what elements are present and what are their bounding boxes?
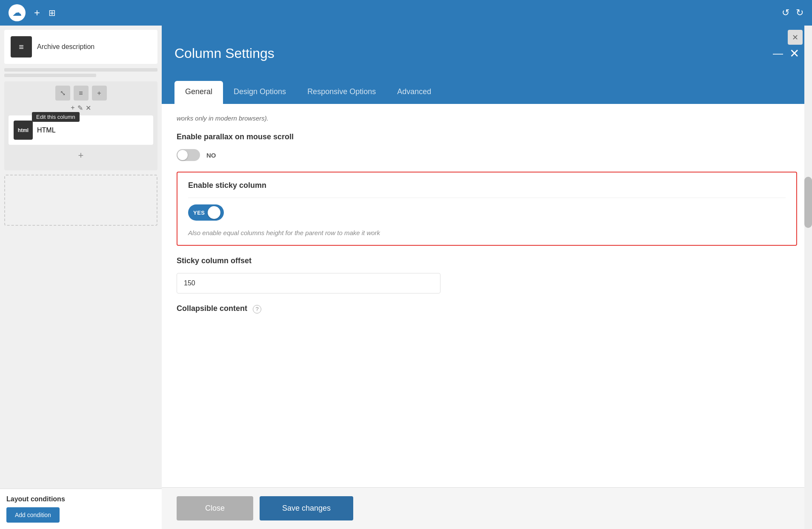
dialog-footer: Close Save changes [162, 487, 812, 529]
collapsible-label: Collapsible content ? [177, 304, 797, 313]
archive-icon: ≡ [19, 42, 24, 52]
dialog-header-controls: — ✕ [773, 46, 799, 60]
widget-icon: ≡ [11, 36, 32, 58]
plus-icon[interactable]: + [71, 104, 74, 112]
collapsible-field-section: Collapsible content ? [177, 304, 797, 313]
help-icon[interactable]: ? [253, 305, 261, 313]
column-settings-dialog: Column Settings — ✕ General Design Optio… [162, 26, 812, 529]
undo-icon[interactable]: ↺ [782, 7, 789, 18]
widget-line [4, 68, 157, 72]
edge-close-icon: ✕ [792, 33, 798, 42]
canvas-area: ≡ Archive description ⤡ ≡ + + ✎ ✕ ht [0, 26, 162, 529]
dialog-overlay: Column Settings — ✕ General Design Optio… [162, 26, 812, 529]
expand-icon: ⤡ [60, 89, 66, 97]
widget-line [4, 74, 96, 77]
add-center-icon: + [78, 150, 84, 161]
html-label: HTML [37, 126, 56, 134]
parallax-toggle-row: NO [177, 149, 797, 161]
tab-general[interactable]: General [174, 81, 223, 104]
layout-icon[interactable]: ⊞ [49, 8, 56, 18]
widget-lines [0, 68, 162, 77]
dialog-header: Column Settings — ✕ [162, 26, 812, 81]
minimize-icon[interactable]: — [773, 47, 783, 59]
toolbar-right: ↺ ↻ [782, 7, 803, 18]
edit-icon[interactable]: ✎ [77, 104, 83, 112]
column-inner-controls: + ✎ ✕ [9, 104, 153, 112]
top-toolbar: ☁ + ⊞ ↺ ↻ [0, 0, 812, 26]
redo-icon[interactable]: ↻ [796, 7, 803, 18]
sticky-toggle-row: YES [188, 204, 786, 221]
add-icon[interactable]: + [34, 7, 40, 19]
logo-icon[interactable]: ☁ [9, 4, 26, 21]
dialog-tabs: General Design Options Responsive Option… [162, 81, 812, 104]
sticky-toggle-label: YES [193, 210, 205, 216]
sticky-helper-text: Also enable equal columns height for the… [188, 229, 786, 236]
add-condition-button[interactable]: Add condition [6, 507, 60, 523]
tab-responsive-options[interactable]: Responsive Options [297, 81, 386, 104]
html-widget: html HTML Edit this column [9, 115, 153, 145]
html-icon: html [14, 121, 33, 140]
scrollbar-thumb [804, 177, 812, 228]
parallax-label: Enable parallax on mouse scroll [177, 132, 797, 141]
menu-button[interactable]: ≡ [74, 86, 89, 101]
dialog-title: Column Settings [174, 46, 773, 61]
tab-design-options[interactable]: Design Options [223, 81, 297, 104]
layout-conditions-title: Layout conditions [6, 495, 155, 503]
add-button[interactable]: + [92, 86, 107, 101]
sticky-offset-section: Sticky column offset [177, 256, 797, 293]
sticky-offset-input[interactable] [177, 273, 440, 293]
expand-button[interactable]: ⤡ [55, 86, 70, 101]
sticky-column-section: Enable sticky column YES Also enable equ… [177, 172, 797, 246]
parallax-toggle-label: NO [206, 152, 216, 159]
edit-tooltip: Edit this column [32, 112, 80, 122]
section-divider [188, 198, 786, 198]
widget-label: Archive description [37, 43, 94, 51]
scroll-note: works only in modern browsers). [177, 115, 797, 122]
edge-close-button[interactable]: ✕ [788, 30, 803, 45]
toggle-knob [177, 150, 188, 160]
dialog-close-icon[interactable]: ✕ [789, 46, 799, 60]
close-button[interactable]: Close [177, 496, 253, 520]
save-changes-button[interactable]: Save changes [260, 496, 353, 520]
close-icon[interactable]: ✕ [86, 104, 91, 112]
add-below-button[interactable]: + [9, 150, 153, 161]
column-controls: ⤡ ≡ + + ✎ ✕ html HTML Edit this column + [4, 81, 157, 170]
dialog-content: works only in modern browsers). Enable p… [162, 104, 812, 487]
parallax-field-section: Enable parallax on mouse scroll NO [177, 132, 797, 161]
sticky-toggle[interactable]: YES [188, 204, 224, 221]
sticky-label: Enable sticky column [188, 181, 786, 190]
dashed-drop-area [4, 175, 157, 226]
dialog-scrollbar[interactable] [804, 26, 812, 529]
layout-conditions-panel: Layout conditions Add condition [0, 489, 162, 529]
column-controls-top: ⤡ ≡ + [9, 86, 153, 101]
toggle-yes-knob [208, 206, 220, 219]
sticky-offset-label: Sticky column offset [177, 256, 797, 265]
archive-description-widget: ≡ Archive description [4, 30, 157, 64]
add-icon: + [97, 89, 101, 97]
tab-advanced[interactable]: Advanced [386, 81, 442, 104]
parallax-toggle[interactable] [177, 149, 200, 161]
menu-icon: ≡ [79, 89, 83, 97]
